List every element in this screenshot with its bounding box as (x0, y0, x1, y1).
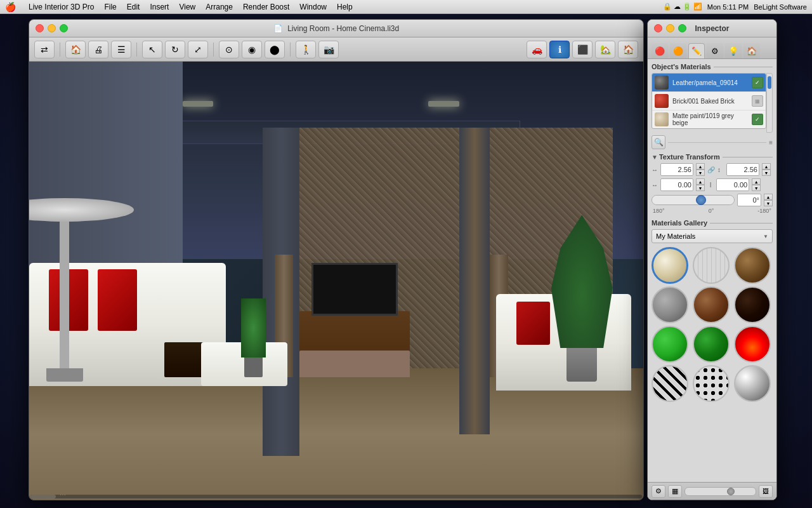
material-more-icon[interactable]: ≡ (769, 139, 773, 146)
angle-decrement[interactable]: ▼ (764, 200, 773, 206)
viewport-scrollbar-thumb[interactable] (30, 495, 56, 498)
material-controls: 🔍 ≡ (652, 135, 773, 149)
height-stepper[interactable]: ▲ ▼ (762, 163, 771, 176)
menu-insert[interactable]: Insert (150, 3, 169, 11)
gallery-item-green-dark[interactable] (693, 326, 730, 363)
materials-scroll-thumb[interactable] (768, 76, 771, 89)
toolbar-ring[interactable]: ◉ (242, 41, 262, 58)
offsetx-increment[interactable]: ▲ (696, 178, 705, 185)
angle-input[interactable]: 0° (737, 194, 761, 206)
material-search-button[interactable]: 🔍 (652, 135, 665, 149)
tab-settings[interactable]: ⚙ (707, 43, 723, 58)
zoom-thumb[interactable] (727, 488, 735, 495)
menu-edit[interactable]: Edit (127, 3, 140, 11)
close-button[interactable] (36, 24, 44, 32)
tab-object[interactable]: 🔴 (652, 43, 668, 58)
gallery-item-cream[interactable] (652, 247, 688, 284)
offsety-increment[interactable]: ▲ (752, 178, 761, 185)
material-icon-paint[interactable]: ✓ (752, 114, 763, 125)
toolbar-print[interactable]: 🖨 (88, 41, 108, 58)
bottom-image-button[interactable]: 🖼 (759, 485, 773, 498)
toolbar-view-2d[interactable]: ⬛ (572, 41, 593, 58)
inspector-close-button[interactable] (654, 24, 662, 32)
angle-stepper[interactable]: ▲ ▼ (764, 194, 773, 206)
offsety-stepper[interactable]: ▲ ▼ (752, 178, 761, 191)
toolbar-back-forward[interactable]: ⇄ (34, 41, 55, 58)
toolbar-sphere[interactable]: ⊙ (219, 41, 239, 58)
minimize-button[interactable] (48, 24, 56, 32)
toolbar-layout[interactable]: ☰ (111, 41, 131, 58)
bottom-settings-button[interactable]: ⚙ (652, 485, 665, 498)
inspector-maximize-button[interactable] (678, 24, 686, 32)
gallery-item-wood-dark[interactable] (734, 247, 771, 284)
gallery-item-fire[interactable] (734, 326, 771, 363)
width-decrement[interactable]: ▼ (696, 170, 705, 176)
offsety-decrement[interactable]: ▼ (752, 185, 761, 191)
toolbar-view-3d[interactable]: 🏠 (618, 41, 638, 58)
width-stepper[interactable]: ▲ ▼ (696, 163, 705, 176)
gallery-item-dots[interactable] (693, 365, 730, 402)
bottom-grid-button[interactable]: ▦ (668, 485, 682, 498)
material-item-leather[interactable]: Leather/pamela_09014 ✓ (652, 74, 766, 92)
toolbar-circle[interactable]: ⬤ (265, 41, 285, 58)
materials-scrollbar[interactable] (766, 73, 773, 133)
toolbar-nav-car[interactable]: 🚗 (527, 41, 547, 58)
height-icon-label: ↕ (717, 166, 724, 173)
toolbar-camera[interactable]: 📷 (318, 41, 339, 58)
offsetx-decrement[interactable]: ▼ (696, 185, 705, 191)
gallery-item-brown[interactable] (693, 286, 730, 323)
toolbar-walk[interactable]: 🚶 (296, 41, 316, 58)
menu-view[interactable]: View (179, 3, 195, 11)
angle-increment[interactable]: ▲ (764, 194, 773, 200)
texture-height-input[interactable]: 2.56 (726, 163, 759, 176)
offsetx-stepper[interactable]: ▲ ▼ (696, 178, 705, 191)
height-increment[interactable]: ▲ (762, 163, 771, 170)
toolbar-move[interactable]: ⤢ (188, 41, 208, 58)
gallery-item-zebra[interactable] (652, 365, 688, 402)
inspector-minimize-button[interactable] (666, 24, 674, 32)
menu-arrange[interactable]: Arrange (206, 3, 233, 11)
menu-window[interactable]: Window (299, 3, 327, 11)
material-item-brick[interactable]: Brick/001 Baked Brick ▦ (652, 92, 766, 110)
texture-width-input[interactable]: 2.56 (660, 163, 693, 176)
width-increment[interactable]: ▲ (696, 163, 705, 170)
gallery-item-chrome[interactable] (734, 365, 771, 402)
gallery-item-concrete[interactable] (652, 286, 688, 323)
tab-floor-plan[interactable]: 🏠 (743, 43, 760, 58)
texture-offsety-input[interactable]: 0.00 (716, 178, 749, 191)
tab-material-sphere[interactable]: 🟠 (670, 43, 686, 58)
link-icon[interactable]: 🔗 (707, 166, 715, 173)
tab-light[interactable]: 💡 (725, 43, 742, 58)
texture-offsetx-input[interactable]: 0.00 (660, 178, 693, 191)
toolbar-info[interactable]: ℹ (549, 41, 570, 58)
menu-appname[interactable]: Live Interior 3D Pro (29, 3, 94, 11)
angle-slider[interactable] (652, 195, 735, 205)
offset-l-label: l (710, 182, 711, 189)
offsetx-label: ↔ (652, 182, 658, 189)
gallery-item-darkbrown[interactable] (734, 286, 771, 323)
gallery-item-green-bright[interactable] (652, 326, 688, 363)
bottom-zoom-slider[interactable] (684, 487, 756, 496)
angle-thumb[interactable] (696, 195, 706, 205)
toolbar-rotate[interactable]: ↻ (165, 41, 185, 58)
viewport[interactable]: ⋯ (29, 62, 643, 500)
menu-help[interactable]: Help (337, 3, 353, 11)
apple-menu[interactable]: 🍎 (5, 2, 16, 12)
material-item-paint[interactable]: Matte paint/1019 grey beige ✓ (652, 110, 766, 128)
gallery-item-wood-light[interactable] (693, 247, 730, 284)
toolbar-view-home[interactable]: 🏡 (595, 41, 615, 58)
angle-row: 0° ▲ ▼ (652, 194, 773, 206)
menu-file[interactable]: File (104, 3, 116, 11)
material-icon-leather[interactable]: ✓ (752, 77, 763, 88)
main-window: 📄 Living Room - Home Cinema.li3d ⇄ 🏠 🖨 ☰… (29, 19, 644, 500)
toolbar-select[interactable]: ↖ (142, 41, 162, 58)
menu-renderbost[interactable]: Render Boost (243, 3, 289, 11)
maximize-button[interactable] (60, 24, 68, 32)
material-swatch-leather (655, 76, 669, 90)
gallery-dropdown[interactable]: My Materials ▼ (652, 229, 773, 243)
viewport-scrollbar[interactable] (30, 495, 642, 498)
toolbar-floor-plan[interactable]: 🏠 (65, 41, 86, 58)
material-icon-brick[interactable]: ▦ (752, 95, 763, 107)
tab-texture[interactable]: ✏️ (688, 43, 705, 58)
height-decrement[interactable]: ▼ (762, 170, 771, 176)
